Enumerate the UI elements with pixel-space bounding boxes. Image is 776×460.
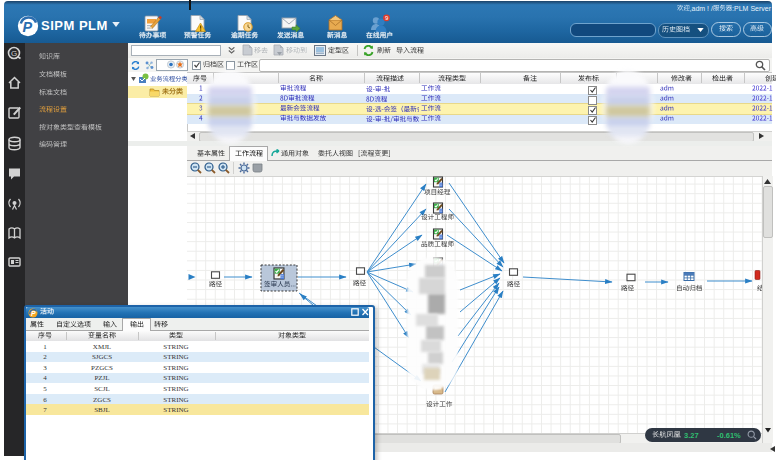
svg-text:G: G <box>11 49 17 58</box>
svg-text:P: P <box>23 19 33 35</box>
svg-text:P: P <box>31 310 36 317</box>
